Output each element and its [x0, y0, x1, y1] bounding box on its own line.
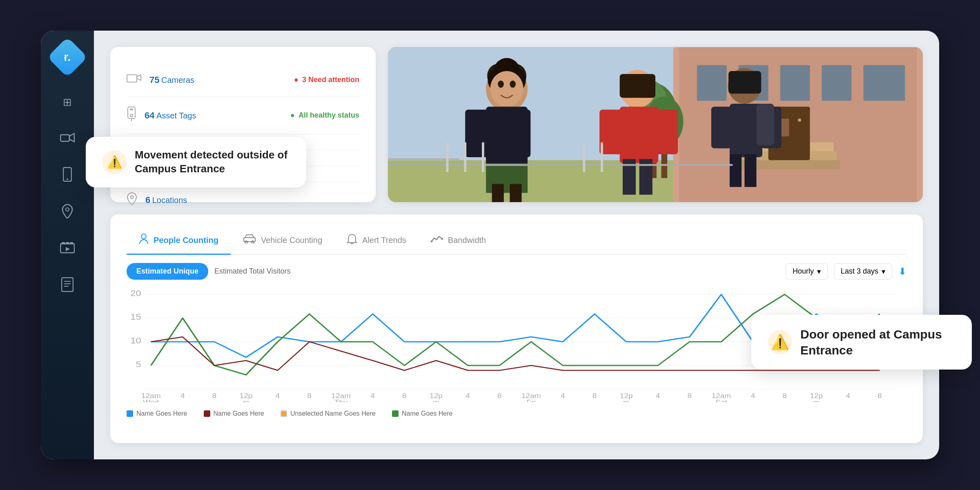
- svg-rect-9: [70, 242, 73, 244]
- svg-marker-10: [66, 247, 70, 251]
- mobile-icon: [63, 167, 72, 185]
- asset-tags-left: 64 Asset Tags: [127, 107, 196, 124]
- tabs-row: People Counting Vehicle Counting: [127, 227, 906, 255]
- download-button[interactable]: ⬇: [898, 266, 906, 277]
- cameras-status: ● 3 Need attention: [294, 76, 359, 84]
- btn-estimated-unique[interactable]: Estimated Unique: [127, 263, 208, 280]
- svg-rect-69: [744, 154, 756, 187]
- tab-bandwidth[interactable]: Bandwidth: [419, 227, 498, 254]
- svg-rect-56: [620, 74, 655, 98]
- locations-count: 6: [145, 195, 150, 205]
- bandwidth-icon: [431, 234, 443, 246]
- svg-rect-34: [798, 118, 801, 121]
- svg-rect-33: [780, 118, 789, 136]
- sidebar-logo[interactable]: r.: [47, 37, 88, 78]
- content-area: ⚠️ Movement detected outside of Campus E…: [94, 31, 939, 459]
- svg-text:8: 8: [402, 392, 407, 399]
- cameras-info: 75 Cameras: [149, 75, 194, 85]
- svg-rect-27: [822, 65, 852, 100]
- main-container: r. ⊞: [41, 31, 939, 459]
- asset-tags-info: 64 Asset Tags: [145, 110, 196, 121]
- legend-color-2: [204, 410, 210, 417]
- alert-text-left: Movement detected outside of Campus Entr…: [135, 148, 290, 176]
- legend-item-1: Name Goes Here: [127, 410, 187, 417]
- legend-color-4: [392, 410, 399, 417]
- svg-point-47: [498, 80, 504, 87]
- svg-text:8: 8: [782, 392, 787, 399]
- svg-point-4: [66, 208, 69, 211]
- cameras-stat-left: 75 Cameras: [127, 73, 194, 87]
- asset-tags-label: Asset Tags: [156, 111, 196, 120]
- svg-text:8: 8: [878, 392, 882, 399]
- svg-rect-63: [728, 71, 761, 94]
- tab-people-counting[interactable]: People Counting: [127, 227, 231, 255]
- svg-text:4: 4: [180, 392, 185, 399]
- svg-rect-68: [730, 154, 742, 187]
- alert-text-right: Door opened at Campus Entrance: [800, 326, 956, 358]
- asset-tags-status: ● All healthy status: [290, 111, 359, 120]
- sidebar-item-cameras[interactable]: [51, 125, 84, 153]
- svg-marker-1: [69, 134, 74, 142]
- svg-text:m: m: [813, 399, 820, 402]
- tab-vehicle-counting[interactable]: Vehicle Counting: [231, 228, 334, 254]
- svg-rect-57: [620, 107, 659, 163]
- chart-legend: Name Goes Here Name Goes Here Unselected…: [127, 410, 906, 417]
- time-select[interactable]: Hourly ▾: [786, 263, 828, 280]
- btn-estimated-total[interactable]: Estimated Total Visitors: [214, 267, 290, 276]
- range-select[interactable]: Last 3 days ▾: [834, 263, 892, 280]
- cameras-count: 75: [149, 75, 159, 85]
- sidebar-item-clips[interactable]: [51, 235, 84, 263]
- chevron-down-icon-time: ▾: [817, 267, 821, 276]
- svg-text:Wed: Wed: [143, 399, 159, 402]
- svg-rect-53: [492, 184, 504, 202]
- svg-rect-51: [507, 110, 530, 157]
- legend-item-3: Unselected Name Goes Here: [281, 410, 376, 417]
- svg-rect-16: [130, 109, 133, 110]
- alert-trends-icon: [347, 233, 357, 247]
- tab-vehicle-label: Vehicle Counting: [261, 236, 322, 245]
- legend-label-1: Name Goes Here: [136, 410, 187, 417]
- vehicle-icon: [243, 234, 256, 246]
- legend-color-3: [281, 410, 287, 417]
- svg-text:4: 4: [656, 392, 660, 399]
- svg-text:8: 8: [687, 392, 692, 399]
- svg-text:m: m: [433, 399, 439, 402]
- legend-color-1: [127, 410, 133, 417]
- legend-label-4: Name Goes Here: [402, 410, 453, 417]
- svg-rect-8: [66, 242, 69, 244]
- sidebar-item-location[interactable]: [51, 198, 84, 227]
- sidebar-item-mobile[interactable]: [51, 161, 84, 190]
- svg-point-46: [490, 71, 523, 107]
- locations-info: 6 Locations: [145, 195, 187, 205]
- cameras-need-attention: 3 Need attention: [302, 76, 359, 84]
- legend-label-2: Name Goes Here: [214, 410, 265, 417]
- legend-item-4: Name Goes Here: [392, 410, 453, 417]
- svg-text:Fri: Fri: [527, 399, 536, 402]
- camera-image-card: [388, 47, 923, 202]
- chart-controls: Estimated Unique Estimated Total Visitor…: [127, 263, 906, 280]
- svg-rect-50: [465, 110, 489, 157]
- asset-tags-stat-row: 64 Asset Tags ● All healthy status: [127, 97, 359, 134]
- svg-text:Thu: Thu: [334, 399, 348, 402]
- tab-alert-trends[interactable]: Alert Trends: [334, 227, 419, 255]
- sidebar-item-dashboard[interactable]: ⊞: [51, 88, 84, 116]
- svg-text:5: 5: [136, 360, 141, 369]
- svg-point-3: [67, 178, 68, 180]
- svg-rect-54: [510, 184, 521, 202]
- location-icon: [62, 204, 73, 221]
- svg-rect-59: [655, 110, 678, 154]
- chevron-down-icon-range: ▾: [882, 267, 885, 276]
- svg-text:4: 4: [466, 392, 470, 399]
- svg-point-48: [510, 80, 516, 87]
- asset-tag-icon: [127, 107, 136, 124]
- right-controls: Hourly ▾ Last 3 days ▾ ⬇: [786, 263, 906, 280]
- asset-tags-count: 64: [145, 110, 154, 120]
- sidebar-item-reports[interactable]: [51, 272, 84, 300]
- svg-point-17: [130, 114, 133, 117]
- logo-text: r.: [64, 51, 71, 64]
- filter-buttons: Estimated Unique Estimated Total Visitor…: [127, 263, 290, 280]
- svg-rect-7: [62, 242, 65, 244]
- alert-tooltip-right: ⚠️ Door opened at Campus Entrance: [751, 315, 972, 370]
- warning-icon-left: ⚠️: [107, 155, 122, 169]
- svg-point-77: [141, 234, 146, 239]
